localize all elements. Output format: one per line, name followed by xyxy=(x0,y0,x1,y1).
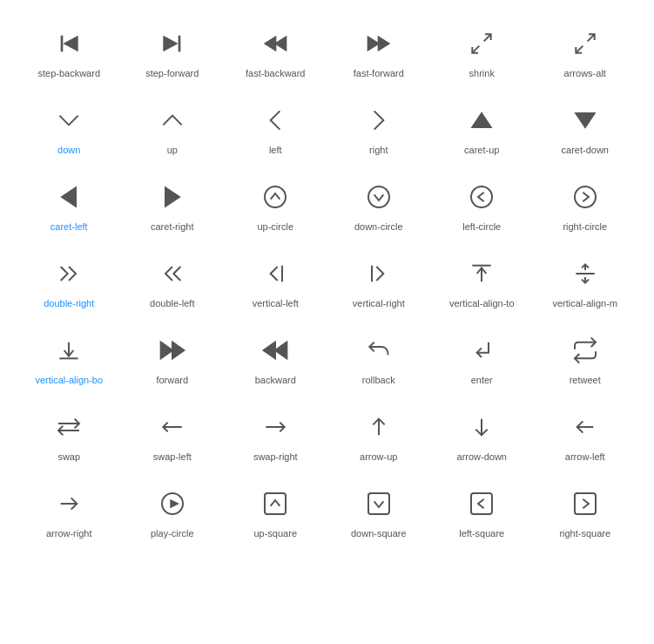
left-circle-label: left-circle xyxy=(462,221,501,232)
svg-point-19 xyxy=(575,186,596,207)
svg-marker-32 xyxy=(264,342,275,359)
icon-cell-vertical-align-top[interactable]: vertical-align-to xyxy=(430,247,534,315)
left-square-icon xyxy=(468,486,496,521)
fast-backward-icon xyxy=(261,26,289,61)
svg-marker-1 xyxy=(64,36,78,52)
shrink-icon xyxy=(468,26,496,61)
icon-cell-swap-left[interactable]: swap-left xyxy=(121,401,225,469)
caret-right-label: caret-right xyxy=(151,221,194,232)
icon-cell-caret-down[interactable]: caret-down xyxy=(534,94,637,162)
shrink-label: shrink xyxy=(469,68,495,78)
svg-point-16 xyxy=(265,186,286,207)
swap-icon xyxy=(55,410,83,444)
caret-down-label: caret-down xyxy=(562,145,609,155)
icon-cell-step-backward[interactable]: step-backward xyxy=(17,17,121,85)
rollback-icon xyxy=(365,333,393,368)
icon-cell-retweet[interactable]: retweet xyxy=(534,324,637,392)
icon-cell-caret-right[interactable]: caret-right xyxy=(121,171,225,239)
icon-cell-down[interactable]: down xyxy=(17,94,121,162)
icon-cell-vertical-align-middle[interactable]: vertical-align-m xyxy=(534,247,637,315)
caret-left-label: caret-left xyxy=(51,221,88,232)
svg-marker-3 xyxy=(163,36,178,52)
icon-cell-swap-right[interactable]: swap-right xyxy=(224,401,327,469)
icon-cell-left-square[interactable]: left-square xyxy=(430,478,534,546)
down-circle-icon xyxy=(365,180,393,214)
icon-cell-step-forward[interactable]: step-forward xyxy=(121,17,225,85)
swap-right-icon xyxy=(261,410,289,444)
icon-cell-rollback[interactable]: rollback xyxy=(327,324,431,392)
icon-cell-swap[interactable]: swap xyxy=(17,401,121,469)
step-backward-icon xyxy=(55,26,83,61)
right-label: right xyxy=(369,145,388,155)
enter-label: enter xyxy=(471,375,493,385)
fast-forward-label: fast-forward xyxy=(354,68,404,78)
swap-left-icon xyxy=(158,410,186,444)
icon-cell-enter[interactable]: enter xyxy=(430,324,534,392)
left-circle-icon xyxy=(468,180,496,214)
icon-cell-up-square[interactable]: up-square xyxy=(224,478,327,546)
icon-cell-left-circle[interactable]: left-circle xyxy=(430,171,534,239)
icon-cell-down-square[interactable]: down-square xyxy=(327,478,431,546)
play-circle-icon xyxy=(158,486,186,521)
icon-cell-caret-left[interactable]: caret-left xyxy=(17,171,121,239)
caret-down-icon xyxy=(571,103,599,138)
icon-cell-arrows-alt[interactable]: arrows-alt xyxy=(534,17,637,85)
icon-cell-play-circle[interactable]: play-circle xyxy=(121,478,225,546)
svg-line-9 xyxy=(473,46,480,53)
double-right-icon xyxy=(55,256,83,291)
left-label: left xyxy=(269,145,282,155)
icon-cell-vertical-align-bottom[interactable]: vertical-align-bo xyxy=(17,324,121,392)
icon-cell-arrow-right[interactable]: arrow-right xyxy=(17,478,121,546)
play-circle-label: play-circle xyxy=(151,528,194,539)
icon-cell-vertical-right[interactable]: vertical-right xyxy=(327,247,431,315)
icon-cell-caret-up[interactable]: caret-up xyxy=(430,94,534,162)
arrow-left-icon xyxy=(571,410,599,444)
icon-cell-forward[interactable]: forward xyxy=(121,324,225,392)
icon-cell-fast-backward[interactable]: fast-backward xyxy=(224,17,327,85)
down-circle-label: down-circle xyxy=(354,221,403,232)
icon-cell-right-square[interactable]: right-square xyxy=(534,478,637,546)
arrow-right-label: arrow-right xyxy=(46,528,92,539)
caret-right-icon xyxy=(158,180,186,214)
arrow-up-label: arrow-up xyxy=(360,451,397,462)
icon-cell-double-right[interactable]: double-right xyxy=(17,247,121,315)
up-circle-label: up-circle xyxy=(257,221,293,232)
caret-up-icon xyxy=(468,103,496,138)
arrow-up-icon xyxy=(365,410,393,444)
arrow-down-icon xyxy=(468,410,496,444)
svg-point-18 xyxy=(471,186,492,207)
icon-cell-left[interactable]: left xyxy=(224,94,327,162)
up-square-label: up-square xyxy=(253,528,297,539)
icon-cell-fast-forward[interactable]: fast-forward xyxy=(327,17,431,85)
icon-cell-up-circle[interactable]: up-circle xyxy=(224,171,327,239)
icon-cell-arrow-left[interactable]: arrow-left xyxy=(534,401,637,469)
icon-cell-double-left[interactable]: double-left xyxy=(121,247,225,315)
right-icon xyxy=(365,103,393,138)
down-label: down xyxy=(57,145,80,155)
icon-cell-right-circle[interactable]: right-circle xyxy=(534,171,637,239)
double-right-label: double-right xyxy=(44,298,94,308)
svg-line-10 xyxy=(576,46,583,53)
arrows-alt-label: arrows-alt xyxy=(564,68,606,78)
icon-cell-up[interactable]: up xyxy=(121,94,225,162)
icon-cell-arrow-up[interactable]: arrow-up xyxy=(327,401,431,469)
svg-point-17 xyxy=(368,186,389,207)
step-forward-icon xyxy=(158,26,186,61)
icon-cell-vertical-left[interactable]: vertical-left xyxy=(224,247,327,315)
vertical-right-label: vertical-right xyxy=(353,298,405,308)
vertical-align-middle-label: vertical-align-m xyxy=(552,298,617,308)
vertical-align-bottom-icon xyxy=(55,333,83,368)
double-left-icon xyxy=(158,256,186,291)
icon-grid: step-backward step-forward fast-backward… xyxy=(17,17,637,546)
icon-cell-right[interactable]: right xyxy=(327,94,431,162)
arrows-alt-icon xyxy=(571,26,599,61)
double-left-label: double-left xyxy=(150,298,194,308)
svg-marker-31 xyxy=(275,342,287,359)
icon-cell-arrow-down[interactable]: arrow-down xyxy=(430,401,534,469)
icon-cell-backward[interactable]: backward xyxy=(224,324,327,392)
svg-rect-46 xyxy=(575,493,596,514)
icon-cell-shrink[interactable]: shrink xyxy=(430,17,534,85)
icon-cell-down-circle[interactable]: down-circle xyxy=(327,171,431,239)
fast-forward-icon xyxy=(365,26,393,61)
caret-left-icon xyxy=(55,180,83,214)
